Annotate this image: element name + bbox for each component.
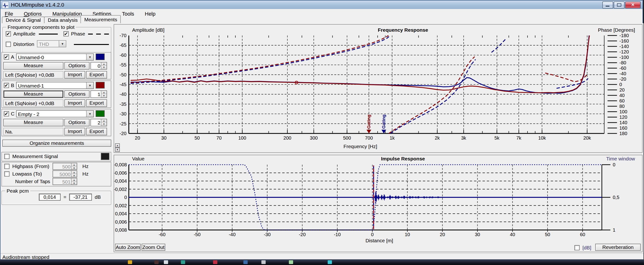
measurement-b-select[interactable]: Unnamed-1 ▼ <box>16 82 94 89</box>
measurement-c-options-button[interactable]: Options <box>64 119 90 126</box>
taskbar-icon[interactable] <box>244 260 248 264</box>
taskbar[interactable] <box>0 259 644 265</box>
measurement-a-options-button[interactable]: Options <box>64 62 90 70</box>
distortion-type-select[interactable]: THD ▼ <box>37 40 66 47</box>
maximize-button[interactable] <box>614 1 624 8</box>
measurement-signal-color-swatch[interactable] <box>101 153 110 160</box>
splitter-down-button[interactable]: ▼ <box>115 148 120 152</box>
svg-text:20k: 20k <box>584 135 591 141</box>
measurement-a-select[interactable]: Unnamed-0 ▼ <box>16 53 94 61</box>
measurement-b-import-button[interactable]: Import <box>64 99 85 107</box>
measurement-c-select[interactable]: Empty - 2 ▼ <box>16 110 94 117</box>
svg-text:-20: -20 <box>120 131 126 136</box>
measurement-c-measure-button[interactable]: Measure <box>3 119 64 126</box>
measurement-a-color-swatch[interactable] <box>96 53 105 60</box>
measurement-b-block: ✔ B Unnamed-1 ▼ Measure Options 1 ▲▼ Lef… <box>2 80 111 108</box>
measurement-a-import-button[interactable]: Import <box>64 71 85 79</box>
spinner-up-icon: ▲ <box>116 144 118 147</box>
measurement-b-index-spinner[interactable]: 1 ▲▼ <box>90 90 107 98</box>
taps-field[interactable]: 501 ▲▼ <box>52 178 77 185</box>
svg-text:Impulse Response: Impulse Response <box>381 156 425 161</box>
measurement-c-checkbox[interactable]: ✔ <box>4 111 9 116</box>
svg-text:0: 0 <box>620 82 622 87</box>
peak-db-unit: dB <box>95 194 101 200</box>
measurement-c-block: ✔ C Empty - 2 ▼ Measure Options 2 ▲▼ Na.… <box>2 109 111 136</box>
reverberation-button[interactable]: Reverberation <box>595 244 641 251</box>
taskbar-icon[interactable] <box>328 260 332 264</box>
taskbar-icon[interactable] <box>154 260 159 264</box>
measurement-c-export-button[interactable]: Export <box>86 128 107 135</box>
tab-data-analysis[interactable]: Data analysis <box>44 16 82 23</box>
measurement-b-options-button[interactable]: Options <box>64 90 90 98</box>
measurement-b-color-swatch[interactable] <box>96 82 105 88</box>
measurement-b-export-button[interactable]: Export <box>86 99 107 107</box>
tab-measurements[interactable]: Measurements <box>80 15 121 23</box>
spinner-down-icon: ▼ <box>116 148 118 151</box>
splitter-up-button[interactable]: ▲ <box>115 143 120 148</box>
close-button[interactable]: ✕ <box>625 1 641 8</box>
phase-checkbox[interactable]: ✔ <box>64 31 69 36</box>
measurement-b-checkbox[interactable]: ✔ <box>4 83 9 88</box>
auto-zoom-button[interactable]: Auto Zoom <box>115 244 141 251</box>
frequency-response-chart[interactable]: Amplitude [dB]Frequency ResponsePhase [D… <box>114 25 642 152</box>
status-text: Audiostream stopped <box>2 254 49 260</box>
highpass-checkbox[interactable] <box>4 164 10 169</box>
measurement-b-measure-button[interactable]: Measure <box>3 90 64 98</box>
taskbar-icon[interactable] <box>262 260 266 264</box>
title-bar[interactable]: HOLMImpulse v1.4.2.0 ✕ <box>0 0 642 9</box>
chevron-down-icon[interactable]: ▼ <box>86 82 93 88</box>
svg-text:-70: -70 <box>120 33 126 38</box>
svg-text:7k: 7k <box>516 135 522 141</box>
measurement-a-export-button[interactable]: Export <box>86 71 107 79</box>
highpass-field[interactable]: 500 ▲▼ <box>52 163 77 170</box>
chevron-down-icon[interactable]: ▼ <box>86 54 93 60</box>
close-icon: ✕ <box>631 2 634 7</box>
spinner-down-icon[interactable]: ▼ <box>72 166 77 169</box>
svg-text:Gating: Gating <box>366 115 371 129</box>
measurement-a-measure-button[interactable]: Measure <box>3 62 64 70</box>
spinner-down-icon[interactable]: ▼ <box>72 181 77 185</box>
spinner-down-icon[interactable]: ▼ <box>72 173 77 177</box>
svg-text:120: 120 <box>620 115 627 120</box>
filter-settings-group: Highpass (From) 500 ▲▼ Hz Lowpass (To) 5… <box>2 162 111 186</box>
taskbar-icon[interactable] <box>128 260 132 264</box>
impulse-response-panel: ValueImpulse ResponseTime window0,0080,0… <box>114 155 642 252</box>
measurement-a-checkbox[interactable]: ✔ <box>4 54 9 60</box>
svg-text:700: 700 <box>365 135 373 141</box>
svg-text:60: 60 <box>580 232 585 237</box>
chevron-down-icon[interactable]: ▼ <box>59 41 66 47</box>
spinner-down-icon[interactable]: ▼ <box>101 122 106 126</box>
tab-device-signal[interactable]: Device & Signal <box>2 16 44 23</box>
lowpass-checkbox[interactable] <box>4 171 10 177</box>
svg-text:10k: 10k <box>538 135 546 141</box>
measurement-c-color-swatch[interactable] <box>96 110 105 117</box>
svg-text:40: 40 <box>620 93 624 98</box>
measurement-a-letter: A <box>11 54 14 60</box>
measurement-c-import-button[interactable]: Import <box>64 128 85 135</box>
taskbar-icon[interactable] <box>289 260 293 264</box>
zoom-out-button[interactable]: Zoom Out <box>142 244 165 251</box>
measurement-signal-checkbox[interactable] <box>4 154 10 159</box>
db-scale-checkbox[interactable] <box>574 245 580 250</box>
amplitude-checkbox[interactable]: ✔ <box>6 31 11 36</box>
measurement-a-index-spinner[interactable]: 0 ▲▼ <box>90 62 107 70</box>
impulse-response-chart[interactable]: ValueImpulse ResponseTime window0,0080,0… <box>114 155 642 243</box>
svg-text:20: 20 <box>440 232 445 237</box>
svg-text:-65: -65 <box>120 43 126 48</box>
amplitude-label: Amplitude <box>13 31 35 36</box>
minimize-button[interactable] <box>602 1 613 8</box>
organize-measurements-button[interactable]: Organize measurements <box>2 140 111 147</box>
distortion-checkbox[interactable] <box>6 42 11 47</box>
taskbar-icon[interactable] <box>181 260 185 264</box>
svg-text:-25: -25 <box>120 121 126 126</box>
svg-text:-10: -10 <box>334 232 341 237</box>
svg-text:-55: -55 <box>120 62 126 67</box>
measurement-c-index-spinner[interactable]: 2 ▲▼ <box>90 119 107 126</box>
lowpass-field[interactable]: 5000 ▲▼ <box>52 170 77 177</box>
chevron-down-icon[interactable]: ▼ <box>86 111 93 117</box>
taskbar-icon[interactable] <box>213 260 217 264</box>
taskbar-icon[interactable] <box>164 260 168 264</box>
spinner-down-icon[interactable]: ▼ <box>101 65 106 69</box>
menu-bar: File Options Manipulation Settings Tools… <box>0 9 642 15</box>
spinner-down-icon[interactable]: ▼ <box>101 94 106 97</box>
